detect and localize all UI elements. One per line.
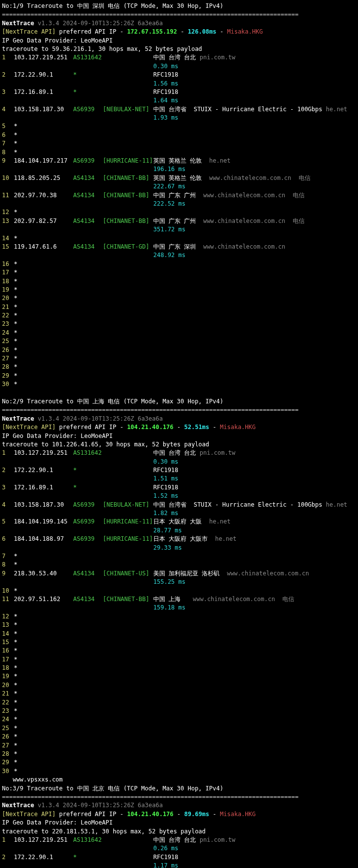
hop-row: 13202.97.82.57AS4134[CHINANET-BB]中国 广东 广… — [2, 217, 356, 225]
hop-ip: * — [14, 587, 73, 595]
hop-as: AS6939 — [73, 105, 103, 114]
hop-ip: * — [14, 638, 73, 647]
hop-geo: 中国 广东 广州 — [153, 217, 203, 225]
hop-row: 2172.22.90.1*RFC1918 — [2, 71, 356, 79]
hop-as: * — [73, 71, 103, 79]
hop-row: 20* — [2, 294, 356, 303]
hop-num: 2 — [2, 466, 14, 475]
hop-row: 18* — [2, 277, 356, 286]
hop-row: 4103.158.187.30AS6939[NEBULAX-NET]中国 台湾省… — [2, 501, 356, 509]
hop-geo: 美国 加利福尼亚 洛杉矶 — [153, 569, 227, 578]
hop-ip: * — [14, 311, 73, 320]
hop-num: 2 — [2, 71, 14, 79]
hop-ip: * — [14, 260, 73, 268]
hop-row: 21* — [2, 303, 356, 311]
traceroute-line: traceroute to 220.181.53.1, 30 hops max,… — [2, 827, 356, 836]
hop-latency-row: 0.30 ms — [2, 62, 356, 71]
hop-row: 13* — [2, 621, 356, 629]
hop-num: 7 — [2, 139, 14, 148]
hop-latency: 1.17 ms — [153, 862, 179, 868]
hop-latency-row: 196.16 ms — [2, 165, 356, 174]
hop-as: AS131642 — [73, 836, 103, 844]
hop-row: 19* — [2, 286, 356, 294]
hop-as: AS4134 — [73, 174, 103, 182]
hop-num: 3 — [2, 483, 14, 492]
hop-row: 23* — [2, 707, 356, 715]
hop-row: 28* — [2, 750, 356, 758]
hop-num: 10 — [2, 587, 14, 595]
hop-latency-row: 1.82 ms — [2, 509, 356, 518]
hop-num: 3 — [2, 88, 14, 96]
hop-num: 17 — [2, 268, 14, 277]
hop-latency: 1.56 ms — [153, 80, 179, 88]
hop-net: [CHINANET-GD] — [103, 243, 153, 251]
hop-ip: * — [14, 380, 73, 389]
hop-ip: * — [14, 621, 73, 629]
hop-num: 30 — [2, 767, 14, 776]
hop-host: he.net — [326, 105, 347, 114]
hop-ip: * — [14, 630, 73, 638]
hop-row: 23* — [2, 320, 356, 328]
hop-ip: 202.97.70.38 — [14, 191, 73, 200]
hop-ip: * — [14, 329, 73, 337]
hop-host: he.net — [209, 157, 230, 165]
hop-geo: 日本 大阪府 大阪市 — [153, 535, 215, 543]
hop-row: 3172.16.89.1*RFC1918 — [2, 483, 356, 492]
hop-ip: * — [14, 724, 73, 733]
hop-num: 18 — [2, 664, 14, 672]
hop-ip: * — [14, 552, 73, 561]
hop-ip: * — [14, 354, 73, 363]
hop-ip: 103.127.219.251 — [14, 53, 73, 62]
hop-row: 26* — [2, 346, 356, 354]
hop-num: 15 — [2, 638, 14, 647]
hop-geo: 英国 英格兰 伦敦 — [153, 157, 209, 165]
hop-ip: * — [14, 767, 73, 776]
hop-geo: 中国 广东 广州 — [153, 191, 203, 200]
hop-ip: * — [14, 612, 73, 621]
hop-row: 24* — [2, 329, 356, 337]
hop-geo: RFC1918 — [153, 853, 193, 862]
hop-latency-row: 1.17 ms — [2, 862, 356, 868]
hop-net: [NEBULAX-NET] — [103, 105, 153, 114]
hop-latency: 0.30 ms — [153, 62, 179, 71]
hop-num: 9 — [2, 157, 14, 165]
hop-ip: * — [14, 303, 73, 311]
hop-row: 11202.97.70.38AS4134[CHINANET-BB]中国 广东 广… — [2, 191, 356, 200]
hop-host: he.net — [215, 535, 236, 543]
hop-num: 15 — [2, 243, 14, 251]
hop-as: AS6939 — [73, 535, 103, 543]
hop-num: 12 — [2, 612, 14, 621]
version-line: NextTrace v1.3.4 2024-09-10T13:25:26Z 6a… — [2, 415, 356, 423]
hop-ip: * — [14, 690, 73, 698]
hop-ip: * — [14, 655, 73, 664]
hop-as: AS4134 — [73, 243, 103, 251]
hop-row: 12* — [2, 612, 356, 621]
hop-latency: 0.26 ms — [153, 844, 179, 853]
hop-num: 20 — [2, 681, 14, 690]
hop-geo: 中国 台湾 台北 — [153, 449, 200, 457]
hop-latency-row: 1.56 ms — [2, 80, 356, 88]
hop-row: 9218.30.53.40AS4134[CHINANET-US]美国 加利福尼亚… — [2, 569, 356, 578]
hop-host: www.chinatelecom.com.cn 电信 — [203, 191, 305, 200]
api-pop: Misaka.HKG — [227, 28, 263, 35]
hop-ip: 202.97.51.162 — [14, 595, 73, 604]
hop-latency: 248.92 ms — [153, 251, 185, 260]
hop-num: 25 — [2, 724, 14, 733]
hop-ip: * — [14, 208, 73, 217]
hop-as: AS4134 — [73, 217, 103, 225]
hop-num: 24 — [2, 329, 14, 337]
hop-ip: * — [14, 372, 73, 380]
hop-row: 20* — [2, 681, 356, 690]
hop-host: www.chinatelecom.com.cn 电信 — [203, 217, 305, 225]
hop-num: 13 — [2, 621, 14, 629]
hop-latency-row: 1.64 ms — [2, 96, 356, 105]
hop-row: 16* — [2, 260, 356, 268]
hop-num: 25 — [2, 337, 14, 346]
app-name: NextTrace — [2, 415, 34, 422]
hop-latency: 196.16 ms — [153, 165, 185, 174]
hop-latency-row: 0.30 ms — [2, 458, 356, 466]
hop-num: 7 — [2, 552, 14, 561]
hop-num: 21 — [2, 690, 14, 698]
hop-host: pni.com.tw — [200, 836, 235, 844]
hop-ip: 218.30.53.40 — [14, 569, 73, 578]
